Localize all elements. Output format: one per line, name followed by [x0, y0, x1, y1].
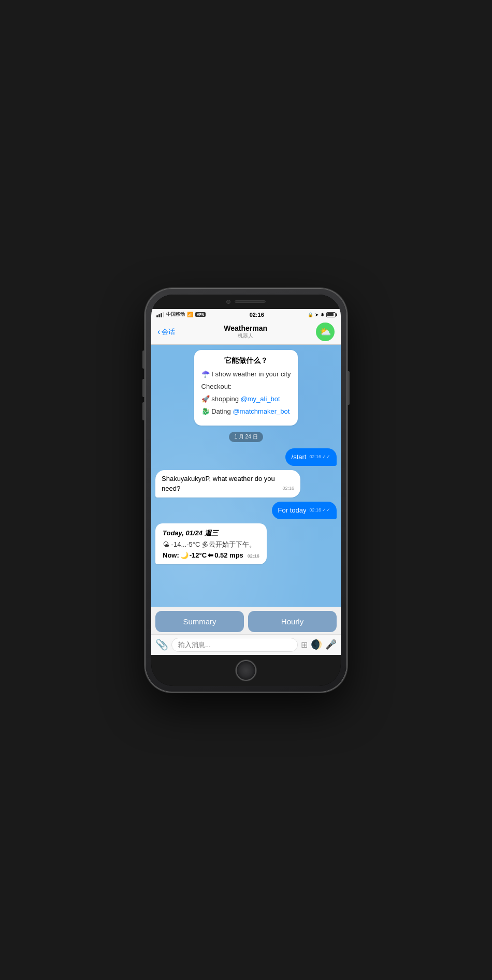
carrier-label: 中国移动	[166, 311, 185, 318]
phone-top-bar	[151, 295, 341, 309]
lock-icon: 🔒	[308, 312, 313, 317]
status-right: 🔒 ➤ ✱	[308, 312, 336, 317]
status-bar: 中国移动 📶 VPN 02:16 🔒 ➤ ✱	[151, 309, 341, 320]
weather-now-wind: 0.52 mps	[214, 551, 243, 559]
intro-dating-link[interactable]: @matchmaker_bot	[233, 407, 290, 415]
status-left: 中国移动 📶 VPN	[156, 311, 206, 318]
intro-shopping-link[interactable]: @my_ali_bot	[241, 395, 280, 403]
screen: 中国移动 📶 VPN 02:16 🔒 ➤ ✱ ‹ 会话	[151, 309, 341, 655]
nav-bar: ‹ 会话 Weatherman 机器人 ⛅	[151, 320, 341, 345]
signal-bars	[156, 312, 164, 317]
battery-fill	[327, 313, 334, 316]
input-bar: 📎 ⊞ 🌒 🎤	[151, 634, 341, 655]
speaker-bar	[235, 300, 266, 303]
weather-temp: 🌤 -14...-5°C 多云开始于下午。	[163, 540, 259, 549]
signal-bar-3	[161, 313, 162, 317]
weather-now-emoji: 🌙	[180, 551, 189, 559]
attach-icon[interactable]: 📎	[155, 638, 168, 651]
msg-row-weather: Today, 01/24 週三 🌤 -14...-5°C 多云开始于下午。 No…	[155, 523, 337, 564]
bubble-fortoday-text: For today	[278, 506, 307, 514]
msg-time-start: 02:16	[309, 454, 321, 460]
bot-avatar[interactable]: ⛅	[316, 323, 335, 341]
bot-avatar-emoji: ⛅	[320, 326, 331, 338]
check-marks-fortoday: ✓✓	[322, 507, 330, 514]
msg-row-question: ShakuyakukyoP, what weather do you need?…	[155, 470, 337, 497]
nav-subtitle: 机器人	[224, 332, 267, 340]
phone-bottom	[151, 655, 341, 686]
nav-center: Weatherman 机器人	[224, 324, 267, 340]
bubble-question-text: ShakuyakukyoP, what weather do you need?	[162, 475, 275, 492]
camera-dot	[226, 300, 230, 304]
weather-now-temp: -12°C	[190, 551, 207, 559]
date-separator: 1 月 24 日	[155, 432, 337, 442]
message-input[interactable]	[171, 638, 298, 652]
intro-dating-line: 🐉 Dating @matchmaker_bot	[201, 407, 291, 416]
check-marks-start: ✓✓	[322, 454, 330, 460]
status-time: 02:16	[250, 312, 264, 318]
msg-row-start: /start 02:16 ✓✓	[155, 448, 337, 466]
weather-now: Now: 🌙 -12°C ⬅ 0.52 mps 02:16	[163, 551, 259, 559]
bubble-fortoday: For today 02:16 ✓✓	[272, 502, 337, 519]
intro-dating-text: 🐉 Dating	[201, 407, 233, 415]
intro-checkout-label: Checkout:	[201, 382, 291, 391]
phone-inner: 中国移动 📶 VPN 02:16 🔒 ➤ ✱ ‹ 会话	[151, 295, 341, 686]
signal-bar-1	[156, 315, 158, 317]
intro-bubble: 它能做什么？ ☂️ I show weather in your city Ch…	[194, 350, 298, 426]
msg-meta-question: 02:16	[282, 485, 294, 492]
summary-button[interactable]: Summary	[155, 611, 244, 632]
quick-replies: Summary Hourly	[151, 607, 341, 634]
back-button[interactable]: ‹ 会话	[157, 327, 175, 337]
weather-meta: 02:16	[248, 553, 259, 559]
home-button[interactable]	[236, 660, 256, 681]
msg-meta-fortoday: 02:16 ✓✓	[309, 507, 330, 514]
msg-time-question: 02:16	[282, 485, 294, 492]
bubble-start: /start 02:16 ✓✓	[285, 448, 337, 466]
msg-row-fortoday: For today 02:16 ✓✓	[155, 502, 337, 519]
location-icon: ➤	[315, 312, 319, 317]
mic-icon[interactable]: 🎤	[325, 639, 337, 650]
bubble-start-text: /start	[292, 453, 307, 461]
nav-title: Weatherman	[224, 324, 267, 332]
signal-bar-2	[158, 314, 160, 317]
vpn-badge: VPN	[195, 312, 206, 317]
chat-area[interactable]: 它能做什么？ ☂️ I show weather in your city Ch…	[151, 345, 341, 607]
intro-shopping-text: 🚀 shopping	[201, 395, 241, 403]
weather-bubble: Today, 01/24 週三 🌤 -14...-5°C 多云开始于下午。 No…	[155, 523, 267, 564]
weather-now-label: Now:	[163, 551, 179, 559]
msg-time-fortoday: 02:16	[309, 507, 321, 514]
hourly-button[interactable]: Hourly	[248, 611, 337, 632]
intro-line-1: ☂️ I show weather in your city	[201, 370, 291, 379]
emoji-icon[interactable]: 🌒	[311, 639, 322, 650]
battery-icon	[326, 312, 336, 317]
intro-title: 它能做什么？	[201, 356, 291, 365]
back-label: 会话	[162, 327, 175, 337]
msg-meta-start: 02:16 ✓✓	[309, 454, 330, 460]
phone-frame: 中国移动 📶 VPN 02:16 🔒 ➤ ✱ ‹ 会话	[145, 288, 347, 692]
bubble-question: ShakuyakukyoP, what weather do you need?…	[155, 470, 300, 497]
weather-date: Today, 01/24 週三	[163, 529, 259, 538]
date-pill: 1 月 24 日	[229, 432, 263, 442]
sticker-icon[interactable]: ⊞	[301, 640, 308, 650]
bluetooth-icon: ✱	[321, 312, 325, 317]
wifi-icon: 📶	[187, 312, 193, 317]
intro-shopping-line: 🚀 shopping @my_ali_bot	[201, 394, 291, 404]
back-chevron-icon: ‹	[157, 328, 160, 336]
weather-now-wind-emoji: ⬅	[208, 551, 213, 559]
signal-bar-4	[163, 312, 164, 317]
